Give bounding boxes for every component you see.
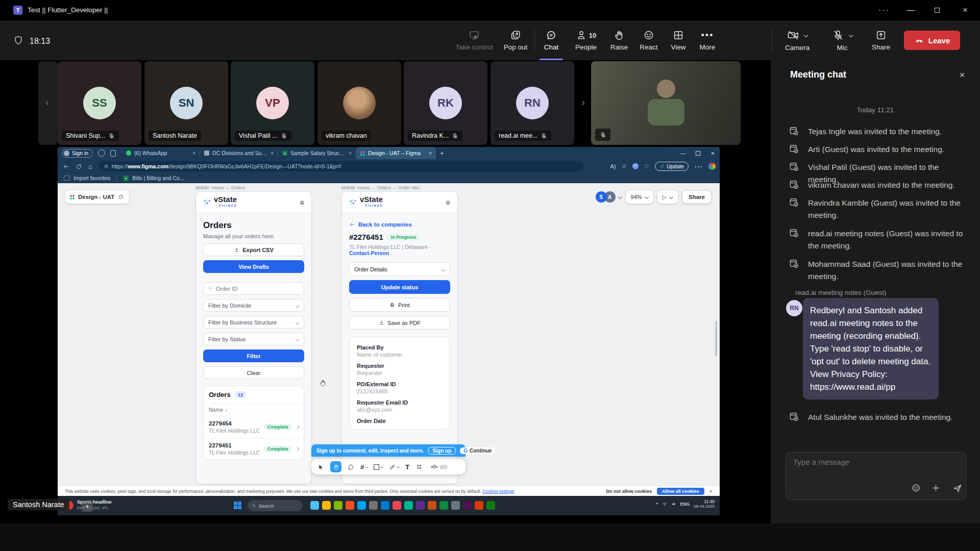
figma-frame-order-detail[interactable]: vState FILINGS ≡ Back to companies #2276… [341, 191, 458, 484]
browser-tab-figma-active[interactable]: Design - UAT – Figma× [356, 147, 436, 159]
participant-tile[interactable]: SS Shivani Sup... [58, 61, 141, 145]
tab-close-icon[interactable]: × [429, 151, 432, 156]
mic-options-chevron-icon[interactable] [849, 33, 853, 37]
participant-tile[interactable]: RK Ravindra K... [404, 61, 487, 145]
more-button[interactable]: ••• More [693, 20, 722, 60]
tab-close-icon[interactable]: × [192, 151, 195, 156]
tiles-scroll-right-button[interactable] [576, 61, 589, 145]
browser-home-icon[interactable]: ⌂ [88, 163, 92, 170]
wifi-icon[interactable] [662, 502, 667, 507]
copilot-icon[interactable] [98, 149, 105, 157]
react-button[interactable]: React [634, 20, 664, 60]
hand-tool-icon-active[interactable] [330, 461, 341, 472]
speaker-icon[interactable] [671, 502, 676, 507]
window-maximize-button[interactable] [924, 0, 950, 20]
shape-tool-icon[interactable] [374, 464, 383, 470]
taskbar-app-icon[interactable] [322, 501, 331, 510]
taskbar-app-icon[interactable] [393, 501, 401, 510]
participant-tile[interactable]: SN Santosh Narate [144, 61, 228, 145]
tab-close-icon[interactable]: × [271, 151, 274, 156]
taskbar-app-icon[interactable] [346, 501, 354, 510]
actions-tool-icon[interactable] [415, 463, 423, 470]
frame-label[interactable]: Mobile: Home → Orders [195, 185, 245, 190]
spotlight-participant-tile[interactable] [591, 61, 741, 145]
favorite-star-icon[interactable]: ☆ [622, 163, 627, 170]
attach-plus-icon[interactable] [931, 483, 941, 493]
shared-taskbar-apps[interactable] [310, 501, 495, 510]
browser-menu-icon[interactable]: ⋯ [694, 162, 703, 171]
browser-refresh-icon[interactable] [76, 163, 82, 170]
address-bar[interactable]: https://www.figma.com/design/9BKQ0FOHRWa… [99, 161, 583, 171]
move-tool-icon[interactable] [317, 464, 324, 470]
shared-browser-window[interactable]: Sign in (6) WhatsApp× DC Divisions and S… [58, 147, 720, 515]
allow-cookies-button[interactable]: Allow all cookies [657, 488, 704, 495]
mic-button[interactable]: Mic [822, 20, 862, 60]
figma-canvas[interactable]: Design - UAT S A 94% ▷ [58, 183, 720, 486]
browser-tab-excel[interactable]: x Sample Salary Structure with calc× [278, 147, 356, 159]
browser-minimize-button[interactable]: — [680, 150, 686, 156]
browser-back-icon[interactable] [63, 163, 69, 170]
sender-avatar[interactable]: RN [786, 300, 802, 316]
taskbar-app-icon[interactable] [416, 501, 425, 510]
window-minimize-button[interactable]: — [897, 0, 924, 20]
frame-tool-icon[interactable]: # [360, 463, 368, 471]
taskbar-app-icon[interactable] [475, 501, 483, 510]
shared-tray-chevron-icon[interactable] [655, 503, 658, 506]
view-button[interactable]: View [664, 20, 693, 60]
window-more-button[interactable]: ··· [871, 0, 897, 20]
chat-message-input[interactable] [793, 458, 957, 466]
browser-profile-icon[interactable] [708, 163, 716, 170]
taskbar-app-icon[interactable] [451, 501, 460, 510]
take-control-button[interactable]: Take control [452, 20, 497, 60]
people-button[interactable]: 10 People [568, 20, 604, 60]
taskbar-app-icon[interactable] [404, 501, 413, 510]
import-favorites-link[interactable]: Import favorites [74, 175, 110, 181]
participant-tile[interactable]: VP Vishal Patil ... [231, 61, 314, 145]
taskbar-app-icon[interactable] [428, 501, 436, 510]
figma-share-button[interactable]: Share [682, 190, 712, 204]
pen-tool-icon[interactable] [389, 464, 399, 470]
chat-message-bubble[interactable]: Redberyl and Santosh added read.ai meeti… [803, 298, 939, 399]
camera-button[interactable]: Camera [775, 20, 819, 60]
cookie-close-icon[interactable]: × [709, 488, 713, 494]
share-button[interactable]: Share [865, 20, 897, 60]
figma-zoom-control[interactable]: 94% [626, 190, 653, 204]
share-widget-button[interactable]: + [82, 500, 93, 512]
pages-icon[interactable] [118, 194, 124, 200]
browser-signin-button[interactable]: Sign in [62, 149, 93, 158]
tab-close-icon[interactable]: × [349, 151, 352, 156]
frame-label[interactable]: Mobile: Home → Orders → Order ABC [341, 185, 421, 190]
shared-lang-indicator[interactable]: ENG [680, 502, 690, 507]
browser-close-button[interactable]: × [710, 149, 715, 157]
send-icon[interactable] [952, 483, 963, 493]
comment-tool-icon[interactable] [348, 464, 354, 470]
raise-hand-button[interactable]: Raise [604, 20, 634, 60]
browser-update-button[interactable]: Update [655, 162, 689, 171]
figma-frame-orders[interactable]: vState FILINGS ≡ Orders Manage all your … [195, 191, 312, 484]
chat-close-button[interactable]: × [953, 66, 971, 84]
canvas-scrollbar[interactable] [715, 321, 717, 357]
deny-cookies-link[interactable]: Do not allow cookies [606, 489, 652, 494]
taskbar-app-icon[interactable] [334, 501, 342, 510]
shared-search-box[interactable]: Search [248, 500, 303, 511]
banner-signup-button[interactable]: Sign up [428, 447, 456, 455]
shared-clock-time[interactable]: 11:40 [694, 499, 715, 504]
taskbar-app-icon[interactable] [381, 501, 389, 510]
collaborator-avatars[interactable]: S A [596, 191, 622, 203]
pop-out-button[interactable]: Pop out [497, 20, 534, 60]
figma-present-button[interactable]: ▷ [657, 190, 678, 204]
participant-tile[interactable]: vikram chavan [317, 61, 401, 145]
browser-maximize-button[interactable] [696, 151, 700, 156]
taskbar-app-icon[interactable] [369, 501, 378, 510]
banner-google-continue-button[interactable]: G Continue [460, 447, 495, 454]
emoji-icon[interactable] [911, 483, 921, 493]
chat-input-box[interactable] [786, 452, 966, 500]
taskbar-app-icon[interactable] [463, 501, 472, 510]
new-tab-button[interactable]: + [440, 149, 444, 157]
chat-button[interactable]: Chat [535, 20, 568, 60]
window-close-button[interactable]: × [950, 0, 980, 20]
leave-button[interactable]: Leave [904, 31, 960, 50]
shared-start-button[interactable] [234, 502, 241, 509]
cookie-settings-link[interactable]: Cookies settings [482, 489, 514, 494]
figma-file-pill[interactable]: Design - UAT [65, 190, 129, 204]
